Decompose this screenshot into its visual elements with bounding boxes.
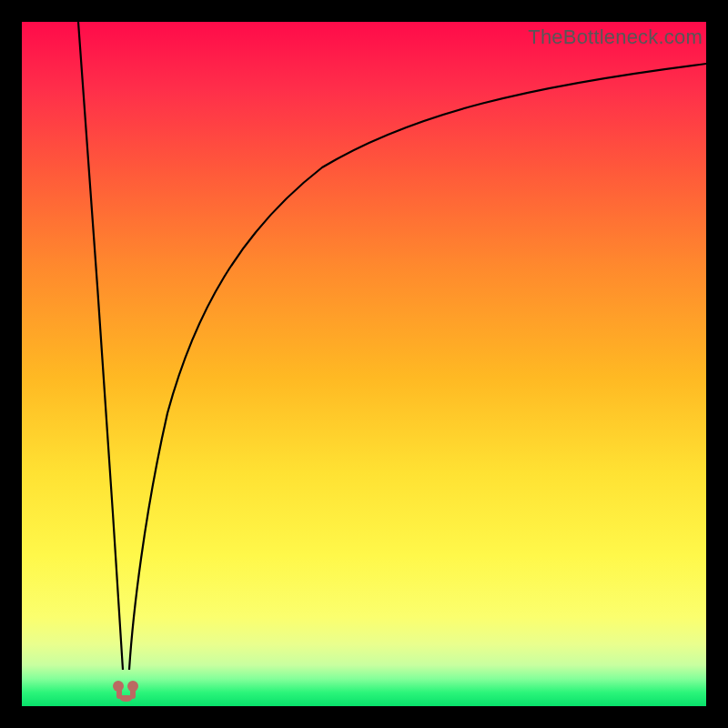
marker-u-stem-right	[130, 686, 136, 699]
chart-frame: TheBottleneck.com	[22, 22, 706, 706]
marker-layer	[22, 22, 706, 706]
marker-u-stem-left	[116, 686, 122, 699]
